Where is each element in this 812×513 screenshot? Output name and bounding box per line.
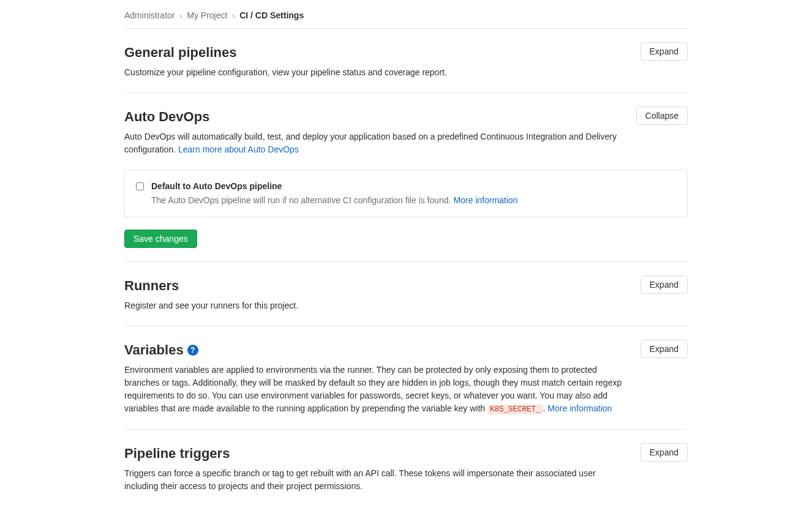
autodevops-settings-box: Default to Auto DevOps pipeline The Auto… <box>124 170 688 217</box>
section-desc-variables: Environment variables are applied to env… <box>124 364 628 416</box>
expand-button-triggers[interactable]: Expand <box>641 443 688 462</box>
more-information-link[interactable]: More information <box>453 195 517 205</box>
k8s-secret-code: K8S_SECRET_ <box>487 405 543 414</box>
expand-button-variables[interactable]: Expand <box>641 340 688 358</box>
autodevops-hint-text: The Auto DevOps pipeline will run if no … <box>151 195 453 205</box>
section-desc-general: Customize your pipeline configuration, v… <box>124 66 628 79</box>
section-title-variables: Variables ? <box>124 340 628 360</box>
collapse-button-autodevops[interactable]: Collapse <box>636 107 688 125</box>
section-variables: Variables ? Environment variables are ap… <box>124 326 688 430</box>
breadcrumb: Administrator › My Project › CI / CD Set… <box>124 0 688 29</box>
section-runners: Runners Register and see your runners fo… <box>124 262 688 326</box>
help-icon[interactable]: ? <box>187 345 198 356</box>
section-title-runners: Runners <box>124 275 628 296</box>
section-auto-devops: Auto DevOps Auto DevOps will automatical… <box>124 93 688 262</box>
variables-more-info-link[interactable]: More information <box>547 403 612 413</box>
breadcrumb-link-administrator[interactable]: Administrator <box>124 10 175 20</box>
section-desc-autodevops: Auto DevOps will automatically build, te… <box>124 130 624 156</box>
expand-button-general[interactable]: Expand <box>641 42 688 61</box>
section-pipeline-triggers: Pipeline triggers Triggers can force a s… <box>124 430 688 506</box>
default-autodevops-label: Default to Auto DevOps pipeline <box>151 180 517 193</box>
section-desc-runners: Register and see your runners for this p… <box>124 299 628 312</box>
breadcrumb-link-project[interactable]: My Project <box>187 10 227 20</box>
learn-more-link[interactable]: Learn more about Auto DevOps <box>178 144 299 154</box>
default-autodevops-checkbox[interactable] <box>136 182 144 190</box>
section-title-triggers: Pipeline triggers <box>124 443 628 463</box>
section-title-general: General pipelines <box>124 42 628 62</box>
variables-title-text: Variables <box>124 340 184 360</box>
section-desc-triggers: Triggers can force a specific branch or … <box>124 467 628 493</box>
chevron-right-icon: › <box>179 12 182 20</box>
expand-button-runners[interactable]: Expand <box>641 275 688 294</box>
breadcrumb-current: CI / CD Settings <box>239 10 304 20</box>
section-title-autodevops: Auto DevOps <box>124 107 624 127</box>
save-changes-button[interactable]: Save changes <box>124 230 197 248</box>
chevron-right-icon: › <box>232 12 235 20</box>
default-autodevops-hint: The Auto DevOps pipeline will run if no … <box>151 194 517 207</box>
section-general-pipelines: General pipelines Customize your pipelin… <box>124 29 688 93</box>
